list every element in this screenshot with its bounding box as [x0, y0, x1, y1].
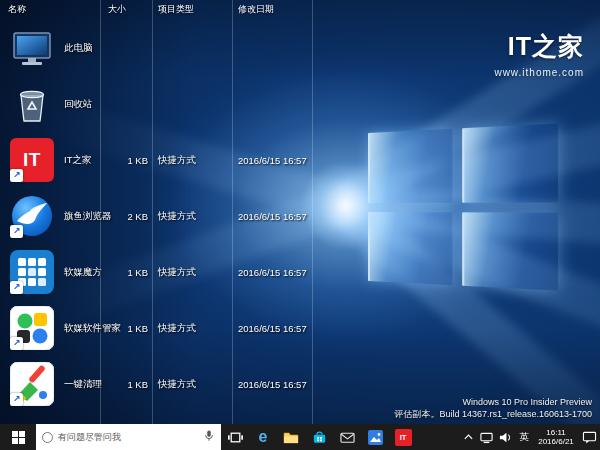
shortcut-arrow-icon: [10, 393, 23, 406]
taskbar-icon-ithome[interactable]: [389, 424, 417, 450]
speaker-icon: [499, 431, 512, 444]
shortcut-arrow-icon: [10, 225, 23, 238]
photos-icon: [368, 430, 383, 445]
desktop-item-this-pc[interactable]: 此电脑: [0, 20, 420, 76]
windows-start-icon: [12, 431, 25, 444]
clock-time: 16:11: [533, 428, 579, 437]
windows-desktop: IT之家 www.ithome.com 名称 大小 项目类型 修改日期 此电脑: [0, 0, 600, 450]
recycle-bin-icon: [10, 82, 54, 126]
desktop-item-ithome[interactable]: IT之家 1 KB 快捷方式 2016/6/15 16:57: [0, 132, 420, 188]
column-header-date[interactable]: 修改日期: [238, 3, 274, 16]
column-header-type[interactable]: 项目类型: [158, 3, 194, 16]
taskbar: 有问题尽管问我: [0, 424, 600, 450]
desktop-item-one-key-clean[interactable]: 一键清理 1 KB 快捷方式 2016/6/15 16:57: [0, 356, 420, 412]
ithome-taskbar-icon: [395, 429, 412, 446]
desktop-item-recycle-bin[interactable]: 回收站: [0, 76, 420, 132]
column-headers: 名称 大小 项目类型 修改日期: [0, 0, 600, 17]
ithome-logo: IT之家: [494, 30, 584, 63]
build-line2: 评估副本。Build 14367.rs1_release.160613-1700: [394, 408, 592, 420]
desktop-item-software-manager[interactable]: 软媒软件管家 1 KB 快捷方式 2016/6/15 16:57: [0, 300, 420, 356]
action-center-icon: [582, 431, 597, 444]
column-header-name[interactable]: 名称: [8, 3, 26, 16]
item-date: 2016/6/15 16:57: [238, 267, 307, 278]
item-label: 此电脑: [64, 42, 93, 55]
taskbar-icon-mail[interactable]: [333, 424, 361, 450]
start-button[interactable]: [0, 424, 36, 450]
item-size: 1 KB: [100, 379, 148, 390]
item-size: 1 KB: [100, 155, 148, 166]
item-date: 2016/6/15 16:57: [238, 379, 307, 390]
item-type: 快捷方式: [158, 378, 196, 391]
chevron-up-icon: [463, 432, 474, 442]
build-watermark: Windows 10 Pro Insider Preview 评估副本。Buil…: [394, 396, 592, 420]
watermark: IT之家 www.ithome.com: [494, 30, 584, 78]
item-size: 2 KB: [100, 211, 148, 222]
taskbar-icon-store[interactable]: [305, 424, 333, 450]
item-type: 快捷方式: [158, 154, 196, 167]
taskbar-spacer: [417, 424, 460, 450]
taskbar-clock[interactable]: 16:11 2016/6/21: [533, 424, 579, 450]
edge-icon: [259, 428, 268, 446]
shortcut-arrow-icon: [10, 169, 23, 182]
item-date: 2016/6/15 16:57: [238, 211, 307, 222]
item-label: 回收站: [64, 98, 93, 111]
item-label: IT之家: [64, 154, 91, 167]
tray-volume-button[interactable]: [496, 424, 515, 450]
cortana-icon: [42, 432, 53, 443]
network-icon: [480, 431, 493, 444]
item-type: 快捷方式: [158, 210, 196, 223]
store-icon: [312, 430, 327, 444]
item-label: 一键清理: [64, 378, 102, 391]
this-pc-icon: [10, 26, 54, 70]
item-label: 软媒魔方: [64, 266, 102, 279]
item-type: 快捷方式: [158, 322, 196, 335]
item-date: 2016/6/15 16:57: [238, 323, 307, 334]
item-date: 2016/6/15 16:57: [238, 155, 307, 166]
ithome-url: www.ithome.com: [494, 67, 584, 78]
taskbar-icon-edge[interactable]: [249, 424, 277, 450]
file-explorer-icon: [283, 431, 299, 444]
search-placeholder: 有问题尽管问我: [58, 431, 198, 444]
tray-chevron-button[interactable]: [460, 424, 477, 450]
clock-date: 2016/6/21: [533, 437, 579, 446]
item-size: 1 KB: [100, 267, 148, 278]
task-view-button[interactable]: [221, 424, 249, 450]
shortcut-arrow-icon: [10, 281, 23, 294]
microphone-icon[interactable]: [203, 428, 215, 446]
item-size: 1 KB: [100, 323, 148, 334]
item-type: 快捷方式: [158, 266, 196, 279]
column-header-size[interactable]: 大小: [108, 3, 126, 16]
shortcut-arrow-icon: [10, 337, 23, 350]
mail-icon: [340, 431, 355, 444]
taskbar-icon-photos[interactable]: [361, 424, 389, 450]
desktop-item-mofang[interactable]: 软媒魔方 1 KB 快捷方式 2016/6/15 16:57: [0, 244, 420, 300]
desktop-item-sailfish-browser[interactable]: 旗鱼浏览器 2 KB 快捷方式 2016/6/15 16:57: [0, 188, 420, 244]
search-box[interactable]: 有问题尽管问我: [36, 424, 221, 450]
task-view-icon: [228, 431, 243, 444]
taskbar-icon-file-explorer[interactable]: [277, 424, 305, 450]
build-line1: Windows 10 Pro Insider Preview: [394, 396, 592, 408]
tray-network-button[interactable]: [477, 424, 496, 450]
action-center-button[interactable]: [579, 424, 600, 450]
ime-indicator[interactable]: 英: [515, 424, 533, 450]
system-tray: 英 16:11 2016/6/21: [460, 424, 600, 450]
